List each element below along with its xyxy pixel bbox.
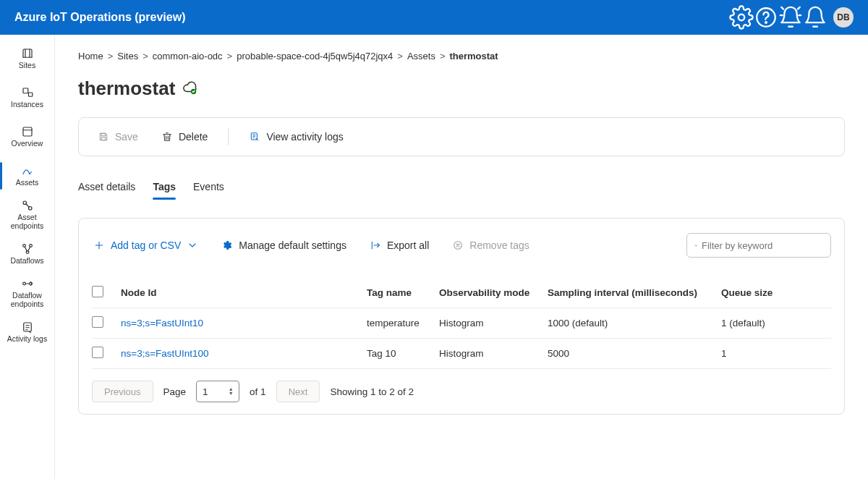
sidebar-item-label: Dataflow endpoints [0,292,54,308]
sidebar-item-sites[interactable]: Sites [0,39,54,78]
page-number-input[interactable]: 1 ▲▼ [196,381,239,402]
cell-obs: Histogram [439,318,548,328]
tabs: Asset details Tags Events [78,177,845,200]
manage-default-settings-button[interactable]: Manage default settings [220,237,348,254]
sidebar-item-label: Asset endpoints [0,213,54,230]
delete-button[interactable]: Delete [154,127,215,147]
svg-rect-16 [101,137,105,140]
col-obs[interactable]: Observability mode [439,287,548,298]
cell-obs: Histogram [439,348,548,359]
breadcrumb-home[interactable]: Home [78,51,103,62]
node-id-link[interactable]: ns=3;s=FastUInt10 [121,318,203,328]
cell-queue: 1 [721,348,815,359]
remove-tags-button: Remove tags [451,237,530,254]
chevron-down-icon [187,240,198,251]
view-activity-logs-button[interactable]: View activity logs [242,127,350,147]
sidebar-item-asset-endpoints[interactable]: Asset endpoints [0,195,54,234]
sidebar-item-label: Dataflows [7,257,46,266]
select-all-checkbox[interactable] [92,286,103,297]
sidebar-item-assets[interactable]: Assets [0,156,54,195]
filter-input-wrapper[interactable] [686,233,831,258]
search-icon [694,240,697,251]
sidebar-item-dataflow-endpoints[interactable]: Dataflow endpoints [0,274,54,313]
spinner-icon[interactable]: ▲▼ [226,383,236,400]
filter-input[interactable] [702,240,823,251]
sidebar: Sites Instances Overview Assets Asset en… [0,35,55,479]
sidebar-item-overview[interactable]: Overview [0,117,54,156]
cell-sampling: 1000 (default) [548,318,721,328]
breadcrumb-current: thermostat [450,51,498,62]
cell-tagname: temperature [367,318,439,328]
sidebar-item-dataflows[interactable]: Dataflows [0,234,54,274]
svg-point-2 [765,22,767,23]
main-content: Home> Sites> common-aio-odc> probable-sp… [55,35,868,479]
node-id-link[interactable]: ns=3;s=FastUInt100 [121,348,209,359]
sidebar-item-label: Overview [9,140,46,148]
svg-point-0 [739,14,745,21]
divider [228,128,229,145]
cell-queue: 1 (default) [721,318,815,328]
tags-panel: Add tag or CSV Manage default settings E… [78,218,845,415]
tab-events[interactable]: Events [193,177,224,200]
page-title: thermostat [78,77,175,100]
brand-title: Azure IoT Operations (preview) [14,11,185,24]
sidebar-item-label: Assets [13,179,42,187]
top-header: Azure IoT Operations (preview) DB [0,0,868,35]
sidebar-item-label: Sites [16,62,38,70]
page-label: Page [163,386,187,397]
user-avatar[interactable]: DB [833,7,854,27]
sidebar-item-instances[interactable]: Instances [0,78,54,117]
table-header-row: Node Id Tag name Observability mode Samp… [92,278,831,308]
row-checkbox[interactable] [92,347,103,358]
sidebar-item-label: Activity logs [4,335,50,344]
sidebar-item-label: Instances [8,101,46,109]
svg-rect-3 [23,88,28,93]
svg-point-20 [695,245,697,246]
breadcrumb-assets[interactable]: Assets [407,51,435,62]
breadcrumb-instance[interactable]: probable-space-cod-4j5qw5j4q72jqx4 [237,51,393,62]
sidebar-item-activity-logs[interactable]: Activity logs [0,313,54,352]
pager: Previous Page 1 ▲▼ of 1 Next Showing 1 t… [92,381,831,402]
previous-page-button: Previous [92,381,153,402]
tab-asset-details[interactable]: Asset details [78,177,135,200]
settings-gear-icon[interactable] [729,5,754,30]
col-tagname[interactable]: Tag name [367,287,439,298]
svg-rect-4 [28,93,32,96]
tags-table: Node Id Tag name Observability mode Samp… [92,278,831,369]
svg-rect-15 [101,133,105,135]
svg-rect-5 [23,127,32,136]
col-queue[interactable]: Queue size [721,287,815,298]
cloud-sync-ok-icon [182,80,198,98]
col-sampling[interactable]: Sampling interval (milliseconds) [548,287,721,298]
notifications-bell-icon[interactable] [803,5,827,30]
breadcrumb: Home> Sites> common-aio-odc> probable-sp… [78,51,845,62]
next-page-button: Next [276,381,320,402]
col-node[interactable]: Node Id [121,287,367,298]
add-tag-button[interactable]: Add tag or CSV [92,237,200,254]
whats-new-icon[interactable] [778,5,803,30]
row-checkbox[interactable] [92,316,103,328]
action-bar: Save Delete View activity logs [78,117,845,156]
of-label: of 1 [250,386,266,397]
help-icon[interactable] [754,5,778,30]
table-row: ns=3;s=FastUInt100 Tag 10 Histogram 5000… [92,339,831,369]
cell-tagname: Tag 10 [367,348,439,359]
tab-tags[interactable]: Tags [153,177,176,200]
table-row: ns=3;s=FastUInt10 temperature Histogram … [92,308,831,339]
showing-label: Showing 1 to 2 of 2 [330,386,414,397]
export-all-button[interactable]: Export all [368,237,430,254]
cell-sampling: 5000 [548,348,721,359]
tags-toolbar: Add tag or CSV Manage default settings E… [92,233,831,258]
breadcrumb-site[interactable]: common-aio-odc [153,51,223,62]
breadcrumb-sites[interactable]: Sites [117,51,138,62]
save-button: Save [90,127,145,147]
